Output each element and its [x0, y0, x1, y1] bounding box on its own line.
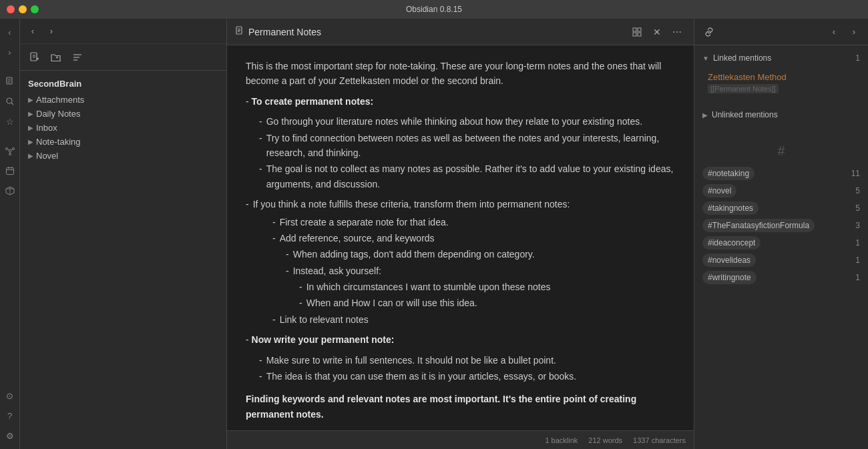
tag-count: 5	[855, 203, 860, 213]
bullet-s6: -	[299, 296, 302, 310]
rp-prev-button[interactable]: ‹	[825, 23, 843, 41]
search-rail-button[interactable]	[2, 93, 18, 109]
camera-rail-button[interactable]: ⊙	[2, 388, 18, 404]
titlebar: Obsidian 0.8.15	[0, 0, 868, 19]
linked-item-title: Zettlekasten Method	[708, 72, 855, 82]
step-3: - The goal is not to collect as many not…	[246, 161, 675, 191]
bullet-3: -	[259, 161, 262, 191]
chars-count: 1337 characters	[633, 436, 686, 444]
sidebar-section-title: SecondBrain	[20, 76, 226, 93]
cube-rail-button[interactable]	[2, 183, 18, 199]
bullet-cond: -	[246, 197, 249, 211]
bullet-s5: -	[299, 280, 302, 294]
section2-step-2-text: The idea is that you can use them as it …	[266, 369, 577, 384]
editor-container: Permanent Notes ✕ ⋯ This is the most imp…	[227, 19, 694, 449]
icon-rail: ‹ › ☆	[0, 19, 20, 449]
sidebar-arrow-note-taking: ▶	[28, 138, 33, 145]
rp-next-button[interactable]: ›	[845, 23, 863, 41]
tags-container: #notetaking11#novel5#takingnotes5#TheFan…	[702, 167, 860, 284]
sub-step-6: - When and How I can or will use this id…	[246, 296, 675, 310]
close-panel-button[interactable]: ✕	[648, 23, 666, 41]
sidebar-arrow-daily-notes: ▶	[28, 110, 33, 117]
sub-step-3: - When adding tags, don't add them depen…	[246, 247, 675, 262]
backlinks-count: 1 backlink	[545, 436, 578, 444]
forward-button[interactable]: ›	[2, 44, 18, 60]
sidebar-item-novel[interactable]: ▶ Novel	[20, 149, 226, 163]
tag-pill[interactable]: #ideaconcept	[702, 236, 761, 250]
tag-pill[interactable]: #writingnote	[702, 271, 756, 284]
unlinked-mentions-header[interactable]: ▶ Unlinked mentions	[702, 107, 860, 122]
step-2: - Try to find connection between notes a…	[246, 131, 675, 161]
unlinked-mentions-section: ▶ Unlinked mentions	[702, 107, 860, 122]
section2-step-2: - The idea is that you can use them as i…	[246, 369, 675, 384]
close-button[interactable]	[7, 5, 15, 13]
sub-step-4-text: Instead, ask yourself:	[293, 264, 381, 278]
sub-step-2-text: Add reference, source, and keywords	[280, 231, 435, 246]
tag-row: #novelideas1	[702, 254, 860, 267]
back-button[interactable]: ‹	[2, 24, 18, 40]
tag-pill[interactable]: #novel	[702, 184, 736, 197]
tag-count: 5	[855, 186, 860, 195]
sidebar-item-attachments[interactable]: ▶ Attachments	[20, 93, 226, 107]
tag-pill[interactable]: #takingnotes	[702, 201, 758, 215]
sub-step-4: - Instead, ask yourself:	[246, 264, 675, 278]
grid-view-button[interactable]	[628, 23, 646, 41]
help-rail-button[interactable]: ?	[2, 408, 18, 424]
condition-text: If you think a note fulfills these crite…	[253, 197, 570, 211]
bullet-s1: -	[272, 215, 276, 230]
more-options-button[interactable]: ⋯	[668, 23, 686, 41]
tags-section: # #notetaking11#novel5#takingnotes5#TheF…	[702, 133, 860, 294]
bullet-sec2-2: -	[259, 369, 262, 384]
editor-footer: 1 backlink 212 words 1337 characters	[227, 430, 694, 449]
condition-line: - If you think a note fulfills these cri…	[246, 197, 675, 211]
unlinked-mentions-arrow: ▶	[702, 111, 708, 119]
linked-mentions-count: 1	[855, 53, 860, 63]
sidebar-forward-button[interactable]: ›	[43, 23, 60, 40]
sidebar-label-attachments: Attachments	[36, 95, 218, 105]
tag-count: 1	[855, 238, 860, 248]
sidebar-nav: ‹ ›	[20, 19, 226, 44]
rp-link-button[interactable]	[700, 23, 718, 41]
calendar-rail-button[interactable]	[2, 163, 18, 179]
sidebar-item-daily-notes[interactable]: ▶ Daily Notes	[20, 107, 226, 121]
linked-item-ref: [[Permanent Notes]]	[708, 84, 779, 93]
files-rail-button[interactable]	[2, 73, 18, 89]
sidebar-item-inbox[interactable]: ▶ Inbox	[20, 121, 226, 135]
svg-line-11	[11, 149, 12, 151]
tag-pill[interactable]: #TheFanatasyfictionFormula	[702, 219, 815, 232]
step-1: - Go through your literature notes while…	[246, 114, 675, 129]
minimize-button[interactable]	[19, 5, 27, 13]
maximize-button[interactable]	[31, 5, 39, 13]
sub-step-1-text: First create a separate note for that id…	[280, 215, 449, 230]
new-file-button[interactable]	[25, 48, 44, 67]
editor-title: Permanent Notes	[248, 27, 624, 37]
tag-pill[interactable]: #novelideas	[702, 254, 756, 267]
hash-icon: #	[777, 143, 785, 158]
bullet-s3: -	[286, 247, 289, 262]
tag-pill[interactable]: #notetaking	[702, 167, 754, 180]
editor-body[interactable]: This is the most important step for note…	[227, 45, 694, 430]
linked-mentions-header[interactable]: ▼ Linked mentions 1	[702, 51, 860, 65]
window-controls	[7, 5, 39, 13]
sub-step-2: - Add reference, source, and keywords	[246, 231, 675, 246]
star-rail-button[interactable]: ☆	[2, 113, 18, 129]
step-1-text: Go through your literature notes while t…	[266, 114, 642, 129]
linked-mentions-arrow: ▼	[702, 55, 709, 62]
linked-item-zettlekasten[interactable]: Zettlekasten Method [[Permanent Notes]]	[702, 69, 860, 97]
conclusion-text: Finding keywords and relevant notes are …	[246, 394, 636, 419]
sub-step-7-text: Link to relevant notes	[280, 312, 369, 327]
tag-count: 1	[855, 273, 860, 282]
sidebar-back-button[interactable]: ‹	[24, 23, 41, 40]
sidebar-item-note-taking[interactable]: ▶ Note-taking	[20, 135, 226, 149]
new-folder-button[interactable]	[47, 48, 65, 67]
linked-mentions-section: ▼ Linked mentions 1 Zettlekasten Method …	[702, 51, 860, 97]
svg-line-5	[11, 103, 13, 105]
editor-section2: - Now write your permanent note:	[246, 332, 675, 347]
sort-button[interactable]	[68, 48, 87, 67]
editor-section1: - To create permanent notes:	[246, 94, 675, 109]
settings-rail-button[interactable]: ⚙	[2, 428, 18, 444]
graph-rail-button[interactable]	[2, 143, 18, 159]
sub-step-6-text: When and How I can or will use this idea…	[306, 296, 477, 310]
sub-step-1: - First create a separate note for that …	[246, 215, 675, 230]
sidebar: ‹ ›	[20, 19, 227, 449]
